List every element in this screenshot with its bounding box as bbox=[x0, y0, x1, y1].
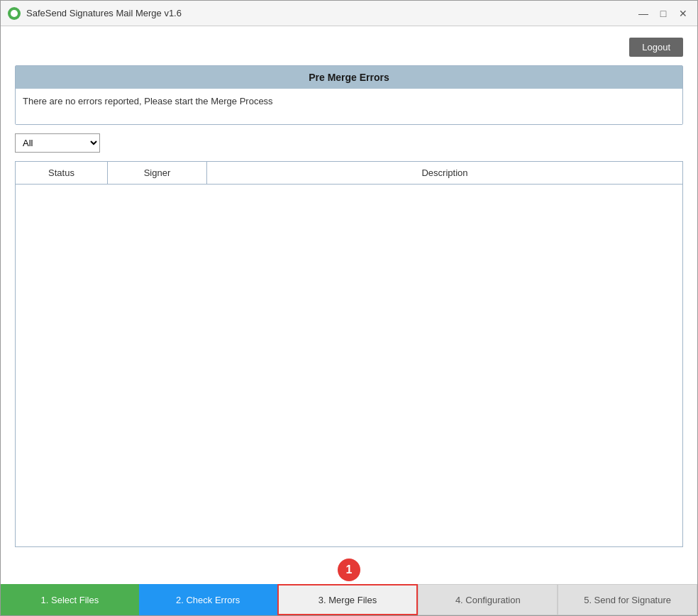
minimize-button[interactable]: — bbox=[636, 6, 650, 21]
configuration-button[interactable]: 4. Configuration bbox=[418, 584, 558, 615]
close-button[interactable]: ✕ bbox=[676, 6, 690, 21]
errors-panel: Pre Merge Errors There are no errors rep… bbox=[15, 65, 683, 125]
select-files-button[interactable]: 1. Select Files bbox=[1, 584, 139, 615]
bottom-nav: 1 1. Select Files 2. Check Errors 3. Mer… bbox=[1, 559, 697, 615]
maximize-button[interactable]: □ bbox=[656, 6, 670, 21]
main-window: SafeSend Signatures Mail Merge v1.6 — □ … bbox=[0, 0, 698, 616]
errors-panel-message: There are no errors reported, Please sta… bbox=[16, 89, 682, 124]
top-bar: Logout bbox=[15, 38, 683, 57]
check-errors-button[interactable]: 2. Check Errors bbox=[139, 584, 277, 615]
errors-panel-title: Pre Merge Errors bbox=[16, 66, 682, 89]
col-description: Description bbox=[207, 162, 682, 184]
window-controls: — □ ✕ bbox=[636, 6, 690, 21]
table-body bbox=[16, 185, 682, 546]
window-title: SafeSend Signatures Mail Merge v1.6 bbox=[26, 8, 636, 18]
title-bar: SafeSend Signatures Mail Merge v1.6 — □ … bbox=[1, 1, 697, 26]
merge-files-button[interactable]: 3. Merge Files bbox=[277, 584, 419, 615]
logout-button[interactable]: Logout bbox=[629, 38, 683, 57]
filter-select[interactable]: All Error Success Pending bbox=[15, 133, 100, 153]
filter-row: All Error Success Pending bbox=[15, 133, 683, 153]
data-table: Status Signer Description bbox=[15, 161, 683, 547]
col-status: Status bbox=[16, 162, 108, 184]
nav-buttons: 1. Select Files 2. Check Errors 3. Merge… bbox=[1, 584, 697, 615]
app-icon bbox=[8, 7, 21, 20]
col-signer: Signer bbox=[108, 162, 207, 184]
step-indicator: 1 bbox=[338, 559, 360, 581]
table-header: Status Signer Description bbox=[16, 162, 682, 185]
content-area: Logout Pre Merge Errors There are no err… bbox=[1, 26, 697, 559]
send-for-signature-button[interactable]: 5. Send for Signature bbox=[558, 584, 697, 615]
